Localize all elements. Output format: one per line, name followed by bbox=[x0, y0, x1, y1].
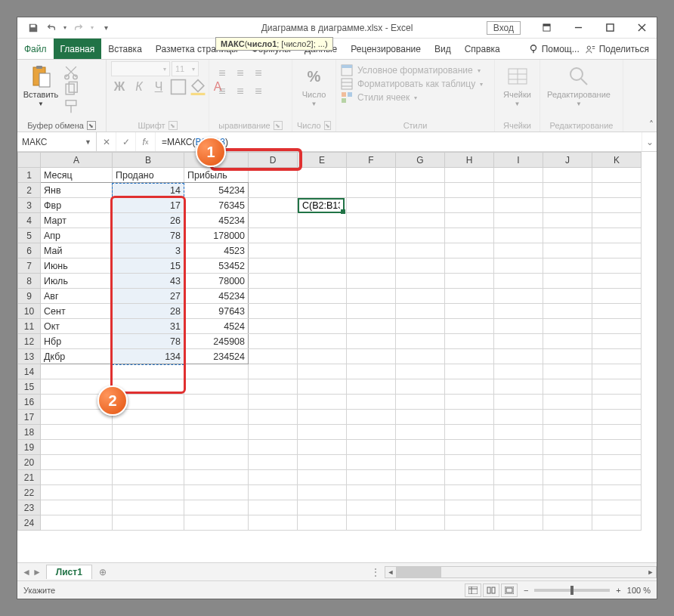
cell[interactable] bbox=[494, 440, 543, 455]
cell[interactable] bbox=[494, 425, 543, 440]
cell[interactable] bbox=[249, 289, 298, 304]
cell[interactable] bbox=[249, 395, 298, 410]
cell[interactable] bbox=[298, 258, 347, 274]
cell[interactable] bbox=[494, 228, 543, 243]
bold-icon[interactable]: Ж bbox=[111, 79, 128, 94]
row-header[interactable]: 1 bbox=[18, 168, 41, 183]
row-header[interactable]: 19 bbox=[18, 440, 41, 455]
cell[interactable]: Июнь bbox=[41, 258, 113, 274]
cell[interactable] bbox=[41, 470, 113, 485]
cell[interactable] bbox=[543, 455, 592, 470]
cell[interactable] bbox=[249, 168, 298, 183]
cell[interactable] bbox=[249, 274, 298, 289]
tell-me-input[interactable]: Помощ... bbox=[528, 44, 580, 54]
cell[interactable] bbox=[543, 183, 592, 198]
cell[interactable] bbox=[249, 515, 298, 531]
cell[interactable] bbox=[298, 440, 347, 455]
redo-dropdown-icon[interactable]: ▾ bbox=[88, 20, 96, 36]
cell[interactable] bbox=[494, 349, 543, 364]
cell[interactable] bbox=[494, 304, 543, 319]
cell[interactable] bbox=[113, 500, 184, 515]
cell[interactable] bbox=[249, 440, 298, 455]
column-header[interactable]: E bbox=[298, 153, 347, 168]
row-header[interactable]: 13 bbox=[18, 349, 41, 364]
cell[interactable] bbox=[592, 364, 642, 379]
cell[interactable]: 27 bbox=[113, 289, 184, 304]
cell[interactable] bbox=[298, 379, 347, 395]
cell[interactable] bbox=[543, 198, 592, 213]
cell[interactable]: 45234 bbox=[184, 213, 249, 228]
login-button[interactable]: Вход bbox=[487, 21, 521, 35]
cell[interactable] bbox=[249, 425, 298, 440]
scroll-left-icon[interactable]: ◄ bbox=[385, 567, 396, 577]
cell[interactable] bbox=[184, 425, 249, 440]
column-header[interactable]: H bbox=[445, 153, 494, 168]
cell[interactable] bbox=[249, 470, 298, 485]
cell[interactable] bbox=[249, 500, 298, 515]
qat-customize-icon[interactable]: ▾ bbox=[97, 20, 114, 36]
cell[interactable]: Нбр bbox=[41, 334, 113, 349]
cell[interactable] bbox=[396, 198, 445, 213]
cell[interactable] bbox=[41, 364, 113, 379]
cell[interactable] bbox=[347, 304, 396, 319]
fill-handle[interactable] bbox=[341, 209, 345, 214]
ribbon-options-icon[interactable] bbox=[531, 17, 561, 39]
cell[interactable] bbox=[113, 364, 184, 379]
cell[interactable] bbox=[184, 455, 249, 470]
cell[interactable] bbox=[41, 485, 113, 500]
column-header[interactable]: J bbox=[543, 153, 592, 168]
cell[interactable] bbox=[298, 228, 347, 243]
zoom-slider[interactable] bbox=[534, 589, 610, 592]
redo-icon[interactable] bbox=[70, 20, 87, 36]
cell[interactable] bbox=[184, 379, 249, 395]
cell[interactable] bbox=[113, 515, 184, 531]
zoom-in-icon[interactable]: + bbox=[616, 586, 620, 595]
cell[interactable] bbox=[494, 410, 543, 425]
cell[interactable]: Янв bbox=[41, 183, 113, 198]
cell[interactable] bbox=[592, 334, 642, 349]
row-header[interactable]: 20 bbox=[18, 455, 41, 470]
formula-input[interactable]: =МАКС(B2:B13) bbox=[156, 132, 642, 151]
cell[interactable] bbox=[249, 198, 298, 213]
cell[interactable] bbox=[592, 500, 642, 515]
cell[interactable] bbox=[396, 455, 445, 470]
cell[interactable] bbox=[543, 485, 592, 500]
cell[interactable] bbox=[543, 470, 592, 485]
cell[interactable] bbox=[347, 319, 396, 334]
clipboard-launcher-icon[interactable]: ⬊ bbox=[87, 121, 96, 130]
cell[interactable] bbox=[592, 319, 642, 334]
cell[interactable] bbox=[445, 198, 494, 213]
cell[interactable] bbox=[445, 274, 494, 289]
row-header[interactable]: 3 bbox=[18, 198, 41, 213]
cell[interactable] bbox=[396, 258, 445, 274]
cell[interactable] bbox=[249, 243, 298, 258]
tab-review[interactable]: Рецензирование bbox=[344, 39, 428, 59]
column-header[interactable]: I bbox=[494, 153, 543, 168]
cell[interactable] bbox=[592, 168, 642, 183]
cell[interactable] bbox=[592, 455, 642, 470]
cell[interactable] bbox=[445, 364, 494, 379]
cell[interactable]: 78 bbox=[113, 228, 184, 243]
cell[interactable] bbox=[298, 304, 347, 319]
cell[interactable] bbox=[543, 319, 592, 334]
column-header[interactable]: G bbox=[396, 153, 445, 168]
editing-button[interactable]: Редактирование ▼ bbox=[545, 61, 613, 107]
align-middle-icon[interactable]: ≡ bbox=[232, 66, 249, 81]
cell[interactable] bbox=[445, 395, 494, 410]
row-header[interactable]: 4 bbox=[18, 213, 41, 228]
cell[interactable] bbox=[347, 243, 396, 258]
cell[interactable] bbox=[298, 243, 347, 258]
cell[interactable]: 14 bbox=[113, 183, 184, 198]
cell[interactable] bbox=[592, 349, 642, 364]
insert-function-icon[interactable]: fx bbox=[136, 132, 156, 151]
cell[interactable] bbox=[543, 168, 592, 183]
cell[interactable]: Прибыль bbox=[184, 168, 249, 183]
cell[interactable] bbox=[396, 410, 445, 425]
cell[interactable] bbox=[249, 183, 298, 198]
cell[interactable] bbox=[543, 289, 592, 304]
row-header[interactable]: 22 bbox=[18, 485, 41, 500]
cell[interactable]: 17 bbox=[113, 198, 184, 213]
cell[interactable] bbox=[494, 485, 543, 500]
cell[interactable] bbox=[543, 410, 592, 425]
cell[interactable] bbox=[184, 470, 249, 485]
